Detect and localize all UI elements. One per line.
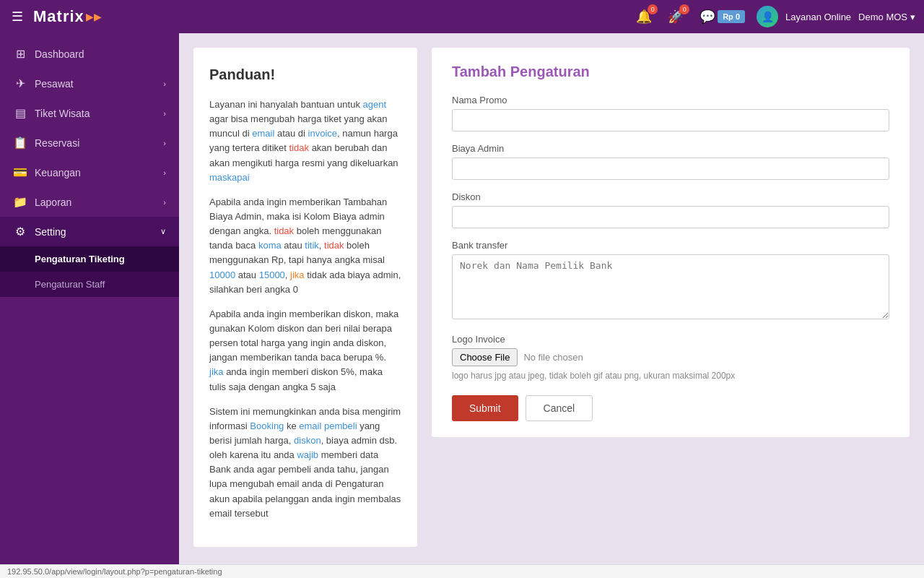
- bell-badge: 0: [648, 4, 658, 14]
- status-bar: 192.95.50.0/app/view/login/layout.php?p=…: [0, 564, 924, 578]
- top-navbar: ☰ Matrix ▶▶ 🔔 0 🚀 0 💬 Rp 0 👤 Layanan Onl…: [0, 0, 924, 33]
- sidebar-item-reservasi[interactable]: 📋 Reservasi ›: [0, 128, 179, 158]
- tiket-icon: ▤: [13, 106, 27, 120]
- diskon-label: Diskon: [452, 191, 889, 202]
- sidebar-item-keuangan[interactable]: 💳 Keuangan ›: [0, 158, 179, 187]
- keuangan-icon: 💳: [13, 165, 27, 179]
- rp-badge: Rp 0: [718, 10, 745, 23]
- panduan-paragraph-2: Apabila anda ingin memberikan Tambahan B…: [209, 195, 401, 297]
- sidebar-item-label: Setting: [35, 226, 66, 238]
- navbar-right: 🔔 0 🚀 0 💬 Rp 0 👤 Layanan Online Demo MOS…: [632, 6, 915, 27]
- form-title-suffix: Pengaturan: [510, 64, 590, 79]
- bell-button[interactable]: 🔔 0: [632, 6, 656, 27]
- panduan-paragraph-3: Apabila anda ingin memberikan diskon, ma…: [209, 307, 401, 394]
- main-layout: ⊞ Dashboard ✈ Pesawat › ▤ Tiket Wisata ›…: [0, 33, 924, 564]
- panduan-paragraph-4: Sistem ini memungkinkan anda bisa mengir…: [209, 405, 401, 521]
- biaya-admin-group: Biaya Admin: [452, 143, 889, 180]
- nama-promo-group: Nama Promo: [452, 95, 889, 131]
- bank-transfer-label: Bank transfer: [452, 240, 889, 251]
- dashboard-icon: ⊞: [13, 47, 27, 61]
- submenu-label: Pengaturan Staff: [35, 279, 105, 290]
- avatar: 👤: [757, 6, 778, 27]
- sidebar: ⊞ Dashboard ✈ Pesawat › ▤ Tiket Wisata ›…: [0, 33, 179, 564]
- layanan-label: Layanan Online: [785, 12, 851, 22]
- submenu-label: Pengaturan Tiketing: [35, 254, 125, 264]
- panduan-card: Panduan! Layanan ini hanyalah bantuan un…: [193, 48, 417, 547]
- send-badge: 0: [679, 4, 689, 14]
- sidebar-item-laporan[interactable]: 📁 Laporan ›: [0, 187, 179, 217]
- diskon-group: Diskon: [452, 191, 889, 228]
- brand: Matrix ▶▶: [33, 7, 102, 26]
- sidebar-item-setting[interactable]: ⚙ Setting ∨: [0, 217, 179, 246]
- choose-file-button[interactable]: Choose File: [452, 348, 518, 366]
- panduan-paragraph-1: Layanan ini hanyalah bantuan untuk agent…: [209, 98, 401, 185]
- sidebar-item-label: Dashboard: [35, 48, 84, 60]
- file-input-row: Choose File No file chosen: [452, 348, 889, 366]
- setting-icon: ⚙: [13, 225, 27, 238]
- form-title-prefix: Tambah: [452, 64, 510, 79]
- demo-dropdown[interactable]: Demo MOS ▾: [858, 12, 915, 22]
- file-hint: logo harus jpg atau jpeg, tidak boleh gi…: [452, 371, 889, 381]
- logo-invoice-label: Logo Invoice: [452, 334, 889, 345]
- status-url: 192.95.50.0/app/view/login/layout.php?p=…: [7, 567, 222, 576]
- panduan-title: Panduan!: [209, 64, 401, 86]
- form-actions: Submit Cancel: [452, 395, 889, 421]
- bank-transfer-input[interactable]: [452, 254, 889, 319]
- hamburger-icon: ☰: [12, 9, 23, 24]
- sidebar-item-tiket-wisata[interactable]: ▤ Tiket Wisata ›: [0, 98, 179, 128]
- sidebar-item-pengaturan-tiketing[interactable]: Pengaturan Tiketing: [0, 246, 179, 272]
- chevron-right-icon: ›: [163, 168, 166, 177]
- nama-promo-label: Nama Promo: [452, 95, 889, 105]
- chevron-right-icon: ›: [163, 79, 166, 88]
- sidebar-item-dashboard[interactable]: ⊞ Dashboard: [0, 39, 179, 69]
- biaya-admin-label: Biaya Admin: [452, 143, 889, 154]
- send-button[interactable]: 🚀 0: [663, 6, 688, 27]
- laporan-icon: 📁: [13, 195, 27, 209]
- sidebar-item-label: Keuangan: [35, 167, 81, 178]
- submit-button[interactable]: Submit: [452, 395, 518, 421]
- sidebar-item-label: Reservasi: [35, 137, 79, 149]
- reservasi-icon: 📋: [13, 136, 27, 150]
- sidebar-item-label: Laporan: [35, 197, 71, 208]
- demo-label: Demo MOS: [858, 12, 907, 22]
- chevron-right-icon: ›: [163, 198, 166, 207]
- sidebar-item-label: Tiket Wisata: [35, 108, 90, 119]
- nama-promo-input[interactable]: [452, 109, 889, 131]
- form-card: Tambah Pengaturan Nama Promo Biaya Admin…: [432, 48, 910, 437]
- sidebar-submenu: Pengaturan Tiketing Pengaturan Staff: [0, 246, 179, 297]
- sidebar-item-pengaturan-staff[interactable]: Pengaturan Staff: [0, 272, 179, 297]
- chevron-right-icon: ›: [163, 139, 166, 147]
- cancel-button[interactable]: Cancel: [526, 395, 593, 421]
- chevron-right-icon: ›: [163, 109, 166, 118]
- message-button[interactable]: 💬 Rp 0: [695, 6, 749, 27]
- form-title: Tambah Pengaturan: [452, 64, 889, 80]
- sidebar-item-label: Pesawat: [35, 78, 74, 90]
- brand-arrow: ▶▶: [86, 11, 102, 22]
- no-file-text: No file chosen: [523, 352, 583, 363]
- pesawat-icon: ✈: [13, 77, 27, 90]
- hamburger-button[interactable]: ☰: [9, 6, 26, 27]
- diskon-input[interactable]: [452, 206, 889, 228]
- biaya-admin-input[interactable]: [452, 158, 889, 180]
- content-area: Panduan! Layanan ini hanyalah bantuan un…: [179, 33, 924, 564]
- logo-invoice-group: Logo Invoice Choose File No file chosen …: [452, 334, 889, 381]
- sidebar-item-pesawat[interactable]: ✈ Pesawat ›: [0, 69, 179, 98]
- chevron-down-icon: ▾: [910, 12, 915, 22]
- brand-text: Matrix: [33, 7, 84, 26]
- bank-transfer-group: Bank transfer: [452, 240, 889, 322]
- chevron-down-icon: ∨: [160, 227, 166, 236]
